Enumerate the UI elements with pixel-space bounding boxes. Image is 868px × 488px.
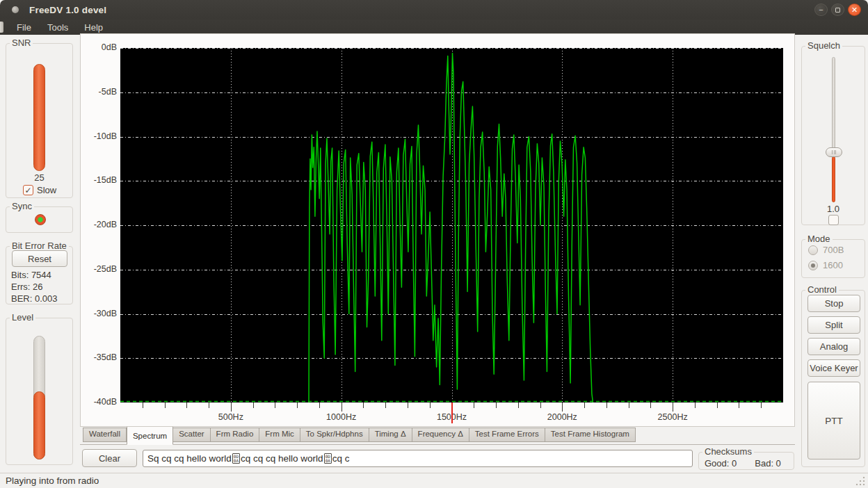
menu-grip[interactable] <box>0 22 3 33</box>
squelch-label: Squelch <box>805 40 842 51</box>
app-icon <box>12 6 19 13</box>
tab-to-spkr-hdphns[interactable]: To Spkr/Hdphns <box>300 428 369 442</box>
menu-items: FileToolsHelp <box>0 21 110 34</box>
menu-item-help[interactable]: Help <box>77 21 110 34</box>
control-buttons: StopSplitAnalogVoice Keyer <box>802 295 865 377</box>
checksums-label: Checksums <box>702 446 754 457</box>
checksums-bad: Bad: 0 <box>755 458 781 469</box>
level-label: Level <box>10 312 35 323</box>
squelch-checkbox[interactable] <box>828 215 839 225</box>
x-minor-tick <box>165 402 166 408</box>
x-tick-label: 500Hz <box>218 412 243 422</box>
input-text-segment: Sq cq cq hello world <box>147 453 232 464</box>
x-minor-tick <box>761 402 762 408</box>
radio-1600[interactable] <box>808 261 818 270</box>
x-minor-tick <box>408 402 408 408</box>
freedv-window: FreeDV 1.0 devel − ✕ FileToolsHelp SNR 2… <box>0 0 868 488</box>
x-minor-tick <box>629 402 629 408</box>
x-major-tick <box>231 402 232 412</box>
snr-group: SNR 25 ✓ Slow <box>6 43 73 198</box>
tab-spectrum[interactable]: Spectrum <box>127 427 173 445</box>
close-button[interactable]: ✕ <box>848 3 861 16</box>
input-text-segment: cq c <box>332 453 350 464</box>
split-button[interactable]: Split <box>807 316 860 334</box>
window-title: FreeDV 1.0 devel <box>29 5 106 15</box>
spectrum-trace-svg <box>120 48 783 402</box>
ptt-button[interactable]: PTT <box>807 382 860 459</box>
mode-label: Mode <box>805 234 833 244</box>
control-char-glyph: 0D0A <box>324 453 332 464</box>
bit-error-rate-label: Bit Error Rate <box>10 241 69 251</box>
slow-checkbox-row: ✓ Slow <box>23 185 56 195</box>
transmit-text-input[interactable]: Sq cq cq hello world0D0Acq cq cq hello w… <box>143 450 693 467</box>
voice-keyer-button[interactable]: Voice Keyer <box>807 359 860 377</box>
y-tick-label: -30dB <box>81 309 117 318</box>
y-tick-label: -25dB <box>81 264 117 274</box>
squelch-slider-handle[interactable] <box>826 147 842 157</box>
tab-bar: WaterfallSpectrumScatterFrm RadioFrm Mic… <box>80 427 795 445</box>
title-bar: FreeDV 1.0 devel − ✕ <box>0 0 868 19</box>
menu-bar: FileToolsHelp <box>0 19 868 35</box>
x-minor-tick <box>363 402 364 408</box>
spectrum-plot <box>120 48 783 402</box>
x-minor-tick <box>209 402 209 408</box>
reset-button[interactable]: Reset <box>12 250 67 267</box>
y-tick-label: -35dB <box>81 352 117 362</box>
tab-test-frame-histogram[interactable]: Test Frame Histogram <box>545 428 636 442</box>
mode-option-1600: 1600 <box>808 260 865 270</box>
sync-group: Sync <box>6 206 73 233</box>
squelch-slider-track-lower[interactable] <box>832 156 835 202</box>
status-bar: Playing into from radio <box>0 473 868 488</box>
x-tick-label: 2000Hz <box>547 412 577 422</box>
x-minor-tick <box>319 402 320 408</box>
menu-item-file[interactable]: File <box>10 21 38 34</box>
x-minor-tick <box>695 402 696 408</box>
spectrum-panel: 0dB-5dB-10dB-15dB-20dB-25dB-30dB-35dB-40… <box>80 33 795 427</box>
maximize-button[interactable] <box>831 3 844 16</box>
tab-test-frame-errors[interactable]: Test Frame Errors <box>469 428 545 442</box>
ber-stats: Bits: 7544 Errs: 26 BER: 0.003 <box>6 269 72 304</box>
x-minor-tick <box>474 402 474 408</box>
tab-frm-mic[interactable]: Frm Mic <box>259 428 300 442</box>
snr-value: 25 <box>6 172 72 183</box>
y-tick-label: -15dB <box>81 175 117 185</box>
slow-checkbox[interactable]: ✓ <box>23 185 33 195</box>
resize-grip[interactable] <box>855 476 865 486</box>
y-tick-label: -10dB <box>81 131 117 141</box>
x-minor-tick <box>518 402 519 408</box>
x-minor-tick <box>739 402 739 408</box>
bits-count: Bits: 7544 <box>6 269 72 281</box>
bit-error-rate-group: Bit Error Rate Reset Bits: 7544 Errs: 26… <box>6 246 73 304</box>
x-minor-tick <box>275 402 275 408</box>
squelch-slider-track-upper[interactable] <box>832 57 835 154</box>
x-tick-label: 1000Hz <box>326 412 356 422</box>
tab-scatter[interactable]: Scatter <box>173 428 210 442</box>
x-minor-tick <box>584 402 585 408</box>
slow-checkbox-label: Slow <box>37 185 56 195</box>
squelch-group: Squelch 1.0 <box>801 46 865 225</box>
level-gauge-fill <box>33 391 45 459</box>
y-tick-label: 0dB <box>81 42 117 52</box>
window-controls: − ✕ <box>814 3 861 16</box>
stop-button[interactable]: Stop <box>807 295 860 312</box>
tab-frm-radio[interactable]: Frm Radio <box>211 428 260 442</box>
snr-label: SNR <box>10 38 33 48</box>
clear-button[interactable]: Clear <box>82 449 137 467</box>
x-minor-tick <box>650 402 651 408</box>
minimize-button[interactable]: − <box>814 3 828 16</box>
tab-frequency-[interactable]: Frequency Δ <box>412 428 469 442</box>
maximize-icon <box>835 8 840 13</box>
sync-label: Sync <box>10 201 34 211</box>
mode-options: 700B1600 <box>802 245 865 270</box>
x-minor-tick <box>717 402 718 408</box>
tab-waterfall[interactable]: Waterfall <box>83 428 127 442</box>
radio-700b[interactable] <box>808 245 818 255</box>
tab-timing-[interactable]: Timing Δ <box>369 428 412 442</box>
x-minor-tick <box>496 402 497 408</box>
level-group: Level <box>6 318 73 465</box>
menu-item-tools[interactable]: Tools <box>40 21 75 34</box>
checksums-good: Good: 0 <box>705 458 737 469</box>
errors-count: Errs: 26 <box>6 281 72 293</box>
analog-button[interactable]: Analog <box>807 338 860 355</box>
x-major-tick <box>673 402 673 412</box>
